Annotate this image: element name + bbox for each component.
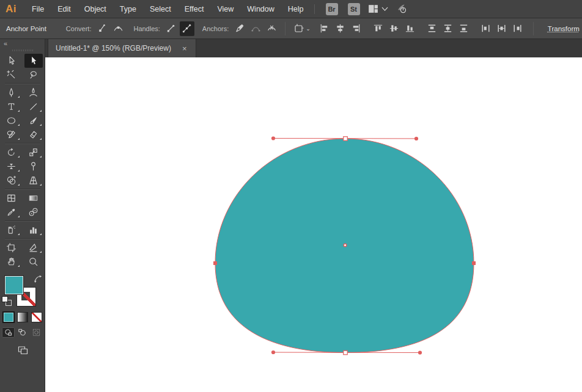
type-tool[interactable]: [2, 100, 21, 114]
toolbar-separator: [5, 143, 40, 144]
distribute-bottom-icon[interactable]: [457, 21, 471, 36]
selection-tool[interactable]: [2, 54, 21, 68]
anchor-left[interactable]: [213, 261, 217, 265]
symbol-sprayer-tool[interactable]: [2, 223, 21, 237]
menu-items: FileEditObjectTypeSelectEffectViewWindow…: [25, 0, 311, 18]
panel-grip[interactable]: [12, 49, 33, 51]
align-h-center-icon[interactable]: [333, 21, 348, 36]
convert-label: Convert:: [66, 25, 92, 32]
blend-tool[interactable]: [24, 205, 43, 219]
cut-path-icon[interactable]: [264, 21, 279, 36]
hand-tool[interactable]: [2, 255, 21, 269]
color-button[interactable]: [3, 312, 14, 322]
shape-builder-tool[interactable]: [2, 173, 21, 187]
align-bottom-icon[interactable]: [403, 21, 418, 36]
curvature-tool[interactable]: [24, 85, 43, 100]
document-title: Untitled-1* @ 150% (RGB/Preview): [56, 44, 171, 53]
default-fill-mini: [2, 296, 8, 302]
distribute-top-icon[interactable]: [425, 21, 440, 36]
line-segment-tool[interactable]: [24, 100, 43, 114]
touch-workspace-button[interactable]: [396, 3, 407, 15]
menu-item-select[interactable]: Select: [143, 0, 178, 18]
artboard-preset-button[interactable]: ⌄: [293, 23, 311, 34]
bridge-button[interactable]: Br: [326, 3, 338, 15]
rotate-tool[interactable]: [2, 145, 21, 159]
chevron-down-icon: ⌄: [306, 26, 311, 32]
default-fill-stroke-icon[interactable]: [2, 296, 12, 306]
menu-item-edit[interactable]: Edit: [51, 0, 78, 18]
collapse-panel-button[interactable]: «: [0, 39, 45, 48]
column-graph-tool[interactable]: [24, 223, 43, 237]
direct-selection-tool[interactable]: [24, 54, 43, 68]
align-right-icon[interactable]: [349, 21, 364, 36]
menu-item-type[interactable]: Type: [113, 0, 143, 18]
align-v-center-icon[interactable]: [387, 21, 402, 36]
menu-item-view[interactable]: View: [210, 0, 240, 18]
anchor-bottom[interactable]: [344, 350, 348, 355]
menu-item-file[interactable]: File: [25, 0, 51, 18]
puppet-warp-tool[interactable]: [24, 159, 43, 173]
connect-anchor-icon[interactable]: [248, 21, 263, 36]
paintbrush-tool[interactable]: [24, 114, 43, 128]
none-button[interactable]: [31, 312, 42, 322]
context-label: Anchor Point: [6, 25, 46, 32]
pen-tool[interactable]: [2, 85, 21, 100]
stock-button[interactable]: St: [348, 3, 360, 15]
show-handles-icon[interactable]: [164, 21, 179, 36]
menu-item-effect[interactable]: Effect: [178, 0, 211, 18]
align-top-icon[interactable]: [371, 21, 386, 36]
ellipse-tool[interactable]: [2, 114, 21, 128]
align-left-icon[interactable]: [317, 21, 332, 36]
handle-dot[interactable]: [414, 137, 418, 140]
anchor-right[interactable]: [472, 261, 476, 265]
distribute-left-icon[interactable]: [479, 21, 493, 36]
document-tab[interactable]: Untitled-1* @ 150% (RGB/Preview) ×: [48, 39, 196, 57]
toolbar-separator: [5, 238, 40, 239]
gradient-tool[interactable]: [24, 191, 43, 205]
menu-item-help[interactable]: Help: [281, 0, 311, 18]
perspective-grid-tool[interactable]: [24, 173, 43, 187]
distribute-v-center-icon[interactable]: [441, 21, 455, 36]
eraser-tool[interactable]: [24, 128, 43, 142]
gradient-button[interactable]: [17, 312, 28, 322]
distribute-h-center-icon[interactable]: [495, 21, 509, 36]
magic-wand-tool[interactable]: [2, 68, 21, 82]
drawing-modes-row: [0, 327, 45, 338]
eyedropper-tool[interactable]: [2, 205, 21, 219]
close-icon[interactable]: ×: [181, 44, 188, 53]
menu-item-object[interactable]: Object: [78, 0, 113, 18]
shaper-tool[interactable]: [2, 128, 21, 142]
handle-dot[interactable]: [271, 350, 275, 354]
convert-smooth-icon[interactable]: [111, 21, 125, 36]
screen-mode-button[interactable]: [0, 344, 45, 355]
lasso-tool[interactable]: [24, 68, 43, 82]
scale-tool[interactable]: [24, 145, 43, 159]
handle-dot[interactable]: [271, 136, 275, 140]
anchor-top[interactable]: [344, 137, 348, 141]
handle-dot[interactable]: [418, 350, 422, 354]
toolbar-separator: [5, 189, 40, 190]
controlbar-separator: [533, 22, 534, 35]
draw-normal-button[interactable]: [2, 327, 15, 338]
tool-grid: [0, 54, 45, 269]
zoom-tool[interactable]: [24, 255, 43, 269]
mesh-tool[interactable]: [2, 191, 21, 205]
convert-corner-icon[interactable]: [95, 21, 109, 36]
arrange-documents-button[interactable]: [367, 3, 391, 15]
distribute-right-icon[interactable]: [510, 21, 525, 36]
slice-tool[interactable]: [24, 241, 43, 255]
transform-link[interactable]: Transform: [548, 25, 580, 32]
artboard-tool[interactable]: [2, 241, 21, 255]
menu-item-window[interactable]: Window: [240, 0, 281, 18]
canvas[interactable]: [45, 57, 582, 392]
fill-stroke-widget: [0, 274, 45, 308]
shape-center-point[interactable]: [344, 244, 347, 247]
draw-inside-button[interactable]: [30, 327, 43, 338]
hide-handles-icon[interactable]: [180, 21, 194, 36]
artboard[interactable]: [45, 57, 582, 392]
draw-behind-button[interactable]: [16, 327, 29, 338]
swap-fill-stroke-icon[interactable]: [33, 274, 43, 284]
remove-anchor-icon[interactable]: [232, 21, 247, 36]
width-tool[interactable]: [2, 159, 21, 173]
fill-swatch[interactable]: [4, 275, 24, 295]
